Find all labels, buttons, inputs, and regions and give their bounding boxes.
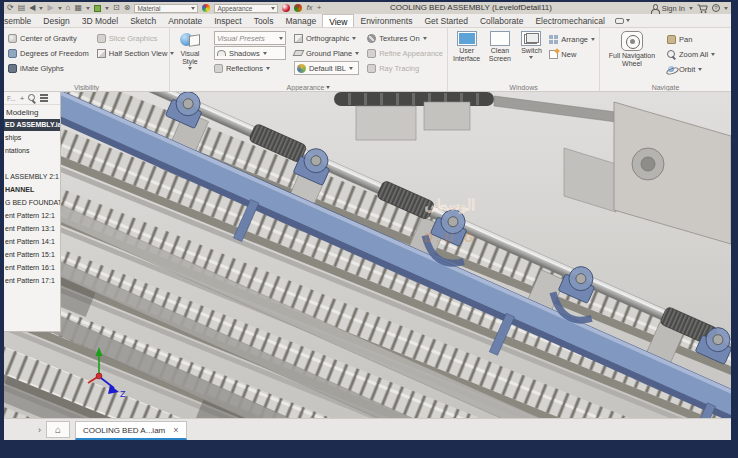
appearance-combo[interactable]: Appearance: [214, 4, 278, 13]
navigation-wheel-icon: [621, 31, 643, 51]
clean-screen-button[interactable]: Clean Screen: [486, 31, 513, 63]
full-navigation-wheel-button[interactable]: Full Navigation Wheel: [604, 31, 660, 68]
document-tab-active[interactable]: COOLING BED A...iam ×: [75, 421, 187, 440]
ribbon-section-appearance: Visual Style Visual Presets Shadows Refl…: [170, 28, 448, 91]
workspace: الوسطى D.U.G Z F... +: [4, 92, 731, 418]
shadows-button[interactable]: Shadows: [214, 46, 286, 60]
ground-plane-icon: [292, 50, 304, 56]
tab-manage[interactable]: Manage: [279, 14, 322, 27]
imate-glyphs-button[interactable]: iMate Glyphs: [8, 61, 89, 75]
arrange-button[interactable]: Arrange: [549, 32, 595, 46]
degrees-of-freedom-icon: [8, 49, 17, 58]
viewport-3d[interactable]: الوسطى D.U.G Z: [4, 92, 731, 418]
tab-scroll-chevron[interactable]: ›: [38, 425, 41, 435]
view-cube-icon[interactable]: ▦: [74, 4, 82, 12]
material-combo[interactable]: Material: [134, 4, 198, 13]
add-icon[interactable]: +: [317, 4, 322, 12]
redo-icon[interactable]: ▶: [47, 4, 53, 12]
switch-button[interactable]: Switch: [519, 31, 545, 59]
tab-3d-model[interactable]: 3D Model: [76, 14, 124, 27]
browser-item-pattern-14[interactable]: ent Pattern 14:1: [4, 235, 60, 248]
tab-get-started[interactable]: Get Started: [418, 14, 473, 27]
save-icon[interactable]: ▤: [18, 4, 26, 12]
center-of-gravity-button[interactable]: Center of Gravity: [8, 31, 89, 45]
browser-filter-label[interactable]: F...: [7, 95, 16, 102]
tab-environments[interactable]: Environments: [354, 14, 418, 27]
user-interface-button[interactable]: User Interface: [452, 31, 481, 63]
browser-item-pattern-16[interactable]: ent Pattern 16:1: [4, 261, 60, 274]
material-box-icon[interactable]: [94, 5, 101, 12]
imate-glyph-icon: [8, 64, 17, 73]
measure-icon[interactable]: ⊡: [113, 4, 120, 12]
appearance-section-label[interactable]: Appearance: [170, 84, 447, 91]
help-dropdown-icon[interactable]: [724, 7, 728, 10]
half-section-view-button[interactable]: Half Section View: [97, 46, 175, 60]
clean-screen-icon: [490, 31, 510, 46]
home-view-icon[interactable]: ⌂: [66, 4, 71, 12]
home-tab-button[interactable]: ⌂: [46, 421, 70, 438]
sign-in-button[interactable]: Sign In: [662, 4, 685, 13]
browser-item-relationships[interactable]: ships: [4, 131, 60, 144]
new-window-button[interactable]: New: [549, 47, 595, 61]
ray-tracing-icon: [367, 64, 376, 73]
tab-view[interactable]: View: [322, 14, 354, 27]
tab-assemble[interactable]: Assemble: [4, 14, 37, 27]
refine-appearance-icon: [367, 49, 376, 58]
view-dropdown-icon[interactable]: [86, 7, 90, 10]
undo-icon[interactable]: ◀: [29, 4, 35, 12]
update-icon[interactable]: ⟳: [7, 4, 14, 12]
browser-item-representations[interactable]: ntations: [4, 144, 60, 157]
pan-button[interactable]: Pan: [667, 32, 715, 46]
material-sphere-icon: ⊗: [124, 4, 131, 12]
slice-graphics-button: Slice Graphics: [97, 31, 175, 45]
help-icon[interactable]: ?: [712, 4, 720, 12]
parameters-fx-icon[interactable]: fx: [306, 4, 312, 12]
browser-add-icon[interactable]: +: [20, 94, 25, 103]
browser-item-channel[interactable]: HANNEL: [4, 183, 60, 196]
tab-design[interactable]: Design: [37, 14, 75, 27]
half-section-icon: [97, 49, 106, 58]
tab-electromechanical[interactable]: Electromechanical: [529, 14, 610, 27]
redo-dropdown-icon[interactable]: [58, 7, 62, 10]
adjust-icon[interactable]: [282, 4, 290, 12]
browser-selected-assembly[interactable]: ED ASSEMBLY.ia: [4, 119, 60, 131]
browser-item-pattern-12[interactable]: ent Pattern 12:1: [4, 209, 60, 222]
sign-in-dropdown-icon[interactable]: [689, 7, 693, 10]
tab-sketch[interactable]: Sketch: [124, 14, 162, 27]
tab-tools[interactable]: Tools: [248, 14, 280, 27]
orthographic-button[interactable]: Orthographic: [294, 31, 359, 45]
shadows-icon: [217, 50, 226, 56]
zoom-icon: [667, 50, 676, 59]
tab-close-icon[interactable]: ×: [173, 425, 178, 435]
cart-icon[interactable]: [697, 4, 708, 13]
ribbon-section-windows: User Interface Clean Screen Switch Arran…: [448, 28, 600, 91]
browser-search-icon[interactable]: [28, 94, 36, 102]
clear-appearance-icon[interactable]: [294, 4, 302, 12]
visual-style-button[interactable]: Visual Style: [174, 31, 206, 70]
visual-presets-dropdown[interactable]: Visual Presets: [214, 31, 286, 45]
ribbon-display-options[interactable]: [611, 14, 634, 27]
browser-mode-dropdown[interactable]: Modeling: [4, 105, 60, 119]
browser-item-assembly[interactable]: L ASSEMBLY 2:1: [4, 170, 60, 183]
tab-collaborate[interactable]: Collaborate: [474, 14, 529, 27]
zoom-all-button[interactable]: Zoom All: [667, 47, 715, 61]
ribbon-section-navigate: Full Navigation Wheel Pan Zoom All Orbit…: [600, 28, 731, 91]
orbit-icon: [667, 65, 676, 74]
reflections-button[interactable]: Reflections: [214, 61, 286, 75]
browser-item-foundation[interactable]: G BED FOUNDATIO: [4, 196, 60, 209]
degrees-of-freedom-button[interactable]: Degrees of Freedom: [8, 46, 89, 60]
ground-plane-button[interactable]: Ground Plane: [294, 46, 359, 60]
browser-item-pattern-13[interactable]: ent Pattern 13:1: [4, 222, 60, 235]
default-ibl-dropdown[interactable]: Default IBL: [294, 61, 359, 75]
tab-annotate[interactable]: Annotate: [162, 14, 208, 27]
textures-on-button[interactable]: Textures On: [367, 31, 443, 45]
pan-hand-icon: [667, 35, 676, 44]
visibility-section-label: Visibility: [4, 84, 169, 91]
material-dropdown-icon[interactable]: [105, 7, 109, 10]
browser-item-pattern-15[interactable]: ent Pattern 15:1: [4, 248, 60, 261]
browser-menu-icon[interactable]: [40, 94, 48, 96]
browser-item-pattern-17[interactable]: ent Pattern 17:1: [4, 274, 60, 287]
tab-inspect[interactable]: Inspect: [208, 14, 247, 27]
undo-dropdown-icon[interactable]: [39, 7, 43, 10]
orbit-button[interactable]: Orbit: [667, 62, 715, 76]
